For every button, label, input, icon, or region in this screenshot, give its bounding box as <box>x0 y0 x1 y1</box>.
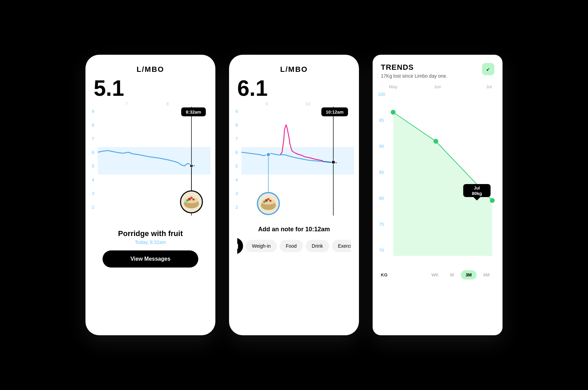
phone2-chart: 9 8 7 6 5 4 3 2 9 10 · · <box>229 99 359 222</box>
phone-2: L/MBO 6.1 9 8 7 6 5 4 3 2 9 10 · · <box>229 55 359 335</box>
svg-text:Jul: Jul <box>486 84 492 89</box>
trends-header: TRENDS 17Kg lost since Limbo day one. ↙ <box>373 55 503 81</box>
view-messages-button[interactable]: View Messages <box>103 250 198 268</box>
svg-text:·: · <box>281 101 283 106</box>
phone-3-trends: TRENDS 17Kg lost since Limbo day one. ↙ … <box>373 55 503 335</box>
svg-text:10:12am: 10:12am <box>326 109 344 115</box>
trends-header-left: TRENDS 17Kg lost since Limbo day one. <box>381 63 447 79</box>
time-filter-pills: WK M 3M 6M <box>427 270 494 280</box>
svg-point-65 <box>490 198 495 203</box>
svg-point-64 <box>433 139 438 144</box>
camera-button[interactable] <box>237 238 243 254</box>
phone1-number: 5.1 <box>85 77 215 99</box>
phone2-number: 6.1 <box>229 77 359 99</box>
kg-label: KG <box>381 272 388 277</box>
svg-rect-13 <box>98 147 211 174</box>
phone1-bottom: Porridge with fruit Today, 8:32am View M… <box>85 222 215 271</box>
filter-3m[interactable]: 3M <box>461 270 477 280</box>
svg-point-63 <box>391 110 396 115</box>
food-time: Today, 8:32am <box>94 239 207 245</box>
svg-text:9: 9 <box>235 109 238 114</box>
svg-text:May: May <box>389 84 398 89</box>
food-pill[interactable]: Food <box>280 240 303 252</box>
trends-subtitle: 17Kg lost since Limbo day one. <box>381 73 447 79</box>
trends-chart: May Jun Jul 100 95 90 85 80 75 70 <box>373 81 503 266</box>
svg-text:3: 3 <box>235 191 238 196</box>
svg-text:4: 4 <box>92 177 94 182</box>
svg-point-22 <box>192 198 195 200</box>
svg-text:95: 95 <box>379 118 384 123</box>
phone-1: L/MBO 5.1 9 8 7 6 5 4 3 2 7 8 · · · <box>85 55 215 335</box>
svg-text:Jun: Jun <box>434 84 441 89</box>
filter-m[interactable]: M <box>445 270 459 280</box>
phone2-bottom: Add an note for 10:12am Weigh-in Food Dr… <box>229 222 359 258</box>
svg-rect-38 <box>241 147 354 174</box>
svg-text:7: 7 <box>92 136 94 141</box>
svg-text:3: 3 <box>92 191 94 196</box>
svg-point-49 <box>267 198 270 200</box>
exercise-pill[interactable]: Exerci... <box>332 240 351 252</box>
trends-title: TRENDS <box>381 63 447 72</box>
svg-point-41 <box>266 153 270 157</box>
svg-text:8: 8 <box>235 122 238 128</box>
screens-container: L/MBO 5.1 9 8 7 6 5 4 3 2 7 8 · · · <box>85 55 503 335</box>
svg-text:8: 8 <box>166 101 169 106</box>
svg-text:7: 7 <box>125 101 128 106</box>
weigh-in-pill[interactable]: Weigh-in <box>246 240 277 252</box>
filter-6m[interactable]: 6M <box>479 270 494 280</box>
add-note-title: Add an note for 10:12am <box>237 226 351 233</box>
svg-text:·: · <box>153 101 155 106</box>
phone2-logo: L/MBO <box>229 55 359 77</box>
svg-text:2: 2 <box>235 205 238 210</box>
svg-text:·: · <box>112 101 113 106</box>
svg-text:2: 2 <box>92 205 94 210</box>
svg-text:70: 70 <box>379 248 384 253</box>
drink-pill[interactable]: Drink <box>306 240 329 252</box>
svg-text:100: 100 <box>378 92 385 97</box>
svg-point-40 <box>332 160 335 164</box>
svg-text:4: 4 <box>235 177 238 182</box>
svg-text:8: 8 <box>92 122 94 128</box>
svg-point-24 <box>186 199 188 202</box>
svg-text:9: 9 <box>92 109 94 114</box>
svg-text:8:32am: 8:32am <box>186 109 201 115</box>
svg-text:9: 9 <box>265 101 268 106</box>
phone1-logo: L/MBO <box>85 55 215 77</box>
svg-text:6: 6 <box>235 150 238 155</box>
svg-point-48 <box>269 200 271 202</box>
svg-text:7: 7 <box>235 136 238 141</box>
svg-text:85: 85 <box>379 170 384 175</box>
svg-point-50 <box>263 201 265 203</box>
svg-text:Jul: Jul <box>474 186 480 191</box>
svg-text:·: · <box>139 101 141 106</box>
svg-text:·: · <box>256 101 257 106</box>
svg-text:10: 10 <box>305 101 310 106</box>
expand-button[interactable]: ↙ <box>482 63 494 75</box>
svg-point-15 <box>190 164 193 168</box>
svg-text:90: 90 <box>379 144 384 149</box>
svg-text:5: 5 <box>92 164 94 169</box>
svg-text:80kg: 80kg <box>472 191 482 196</box>
filter-wk[interactable]: WK <box>427 270 443 280</box>
action-pills: Weigh-in Food Drink Exerci... <box>237 238 351 254</box>
svg-text:75: 75 <box>379 222 384 227</box>
food-name: Porridge with fruit <box>94 229 207 238</box>
svg-point-23 <box>190 197 193 199</box>
svg-text:80: 80 <box>379 196 384 201</box>
svg-text:5: 5 <box>235 164 238 169</box>
trends-bottom: KG WK M 3M 6M <box>373 266 503 284</box>
svg-text:6: 6 <box>92 150 94 155</box>
phone1-chart: 9 8 7 6 5 4 3 2 7 8 · · · <box>85 99 215 222</box>
